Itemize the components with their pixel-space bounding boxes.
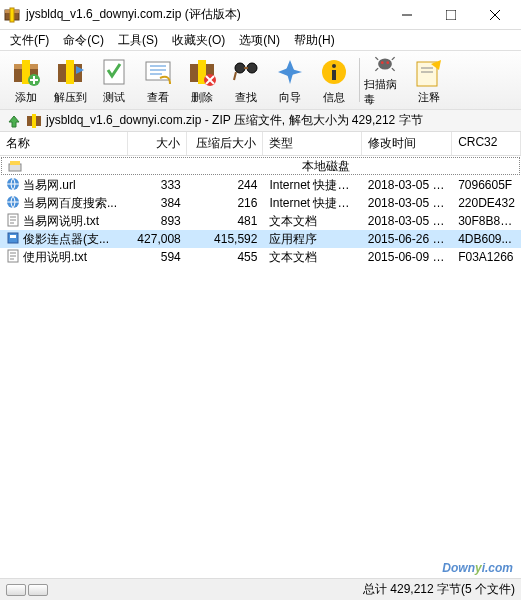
svg-rect-55: [10, 235, 16, 238]
file-name: 俊影连点器(支...: [23, 231, 109, 248]
key-indicator: [28, 584, 48, 596]
status-bar: 总计 429,212 字节(5 个文件): [0, 578, 521, 600]
svg-point-33: [381, 61, 384, 64]
file-row[interactable]: 当易网.url333244Internet 快捷方式2018-03-05 1..…: [0, 176, 521, 194]
file-row[interactable]: 俊影连点器(支...427,008415,592应用程序2015-06-26 1…: [0, 230, 521, 248]
test-button[interactable]: 测试: [92, 52, 136, 108]
file-crc: 30F8B88C: [452, 213, 521, 229]
col-type[interactable]: 类型: [263, 132, 361, 155]
scan-icon: [369, 53, 401, 75]
minimize-button[interactable]: [385, 1, 429, 29]
file-list[interactable]: 名称 大小 压缩后大小 类型 修改时间 CRC32 本地磁盘 当易网.url33…: [0, 132, 521, 570]
svg-line-28: [234, 72, 236, 80]
file-crc: 220DE432: [452, 195, 521, 211]
menu-options[interactable]: 选项(N): [233, 30, 286, 51]
svg-line-38: [392, 68, 395, 71]
extract-icon: [54, 56, 86, 88]
file-crc: 4DB609...: [452, 231, 521, 247]
file-packed: 455: [187, 249, 264, 265]
col-name[interactable]: 名称: [0, 132, 128, 155]
scan-button[interactable]: 扫描病毒: [363, 52, 407, 108]
col-crc[interactable]: CRC32: [452, 132, 521, 155]
drive-row[interactable]: 本地磁盘: [1, 157, 520, 175]
find-button[interactable]: 查找: [224, 52, 268, 108]
file-packed: 415,592: [187, 231, 264, 247]
file-type: 应用程序: [263, 230, 361, 249]
svg-rect-27: [244, 67, 248, 69]
status-summary: 总计 429,212 字节(5 个文件): [363, 581, 515, 598]
file-type: 文本文档: [263, 212, 361, 231]
svg-line-35: [375, 57, 378, 60]
svg-rect-44: [9, 164, 21, 171]
file-size: 333: [128, 177, 187, 193]
file-type: Internet 快捷方式: [263, 194, 361, 213]
svg-point-26: [247, 63, 257, 73]
file-packed: 481: [187, 213, 264, 229]
file-row[interactable]: 当易网百度搜索...384216Internet 快捷方式2018-03-05 …: [0, 194, 521, 212]
file-row[interactable]: 当易网说明.txt893481文本文档2018-03-05 1...30F8B8…: [0, 212, 521, 230]
comment-button[interactable]: 注释: [407, 52, 451, 108]
menu-bar: 文件(F) 命令(C) 工具(S) 收藏夹(O) 选项(N) 帮助(H): [0, 30, 521, 50]
menu-commands[interactable]: 命令(C): [57, 30, 110, 51]
file-date: 2015-06-09 1...: [362, 249, 452, 265]
drive-icon: [8, 159, 22, 173]
close-button[interactable]: [473, 1, 517, 29]
column-headers: 名称 大小 压缩后大小 类型 修改时间 CRC32: [0, 132, 521, 156]
menu-tools[interactable]: 工具(S): [112, 30, 164, 51]
file-name: 当易网百度搜索...: [23, 195, 117, 212]
file-crc: 7096605F: [452, 177, 521, 193]
toolbar-separator: [359, 58, 360, 102]
svg-rect-14: [66, 60, 74, 84]
col-size[interactable]: 大小: [128, 132, 187, 155]
svg-rect-45: [10, 161, 20, 165]
file-packed: 244: [187, 177, 264, 193]
file-date: 2015-06-26 1...: [362, 231, 452, 247]
wizard-icon: [274, 56, 306, 88]
up-icon[interactable]: [6, 113, 22, 129]
svg-line-36: [392, 57, 395, 60]
view-button[interactable]: 查看: [136, 52, 180, 108]
svg-rect-4: [446, 10, 456, 20]
info-button[interactable]: 信息: [312, 52, 356, 108]
path-text: jysbldq_v1.6_downyi.com.zip - ZIP 压缩文件, …: [46, 112, 423, 129]
file-date: 2018-03-05 1...: [362, 195, 452, 211]
toolbar: 添加 解压到 测试 查看 删除 查找 向导 信息 扫描病毒 注释: [0, 50, 521, 110]
file-icon: [6, 177, 20, 194]
col-packed[interactable]: 压缩后大小: [187, 132, 264, 155]
svg-point-25: [235, 63, 245, 73]
file-date: 2018-03-05 1...: [362, 177, 452, 193]
wizard-button[interactable]: 向导: [268, 52, 312, 108]
delete-button[interactable]: 删除: [180, 52, 224, 108]
test-icon: [98, 56, 130, 88]
file-name: 当易网.url: [23, 177, 76, 194]
col-modified[interactable]: 修改时间: [362, 132, 452, 155]
title-bar: jysbldq_v1.6_downyi.com.zip (评估版本): [0, 0, 521, 30]
menu-file[interactable]: 文件(F): [4, 30, 55, 51]
find-icon: [230, 56, 262, 88]
menu-help[interactable]: 帮助(H): [288, 30, 341, 51]
app-icon: [4, 7, 20, 23]
path-bar: jysbldq_v1.6_downyi.com.zip - ZIP 压缩文件, …: [0, 110, 521, 132]
file-size: 594: [128, 249, 187, 265]
file-crc: F03A1266: [452, 249, 521, 265]
comment-icon: [413, 56, 445, 88]
status-keys: [6, 584, 48, 596]
file-size: 384: [128, 195, 187, 211]
add-icon: [10, 56, 42, 88]
svg-point-32: [378, 59, 392, 70]
file-icon: [6, 249, 20, 266]
maximize-button[interactable]: [429, 1, 473, 29]
add-button[interactable]: 添加: [4, 52, 48, 108]
menu-favorites[interactable]: 收藏夹(O): [166, 30, 231, 51]
key-indicator: [6, 584, 26, 596]
extract-button[interactable]: 解压到: [48, 52, 92, 108]
file-icon: [6, 231, 20, 248]
file-row[interactable]: 使用说明.txt594455文本文档2015-06-09 1...F03A126…: [0, 248, 521, 266]
svg-rect-2: [10, 8, 14, 22]
file-name: 当易网说明.txt: [23, 213, 99, 230]
file-size: 427,008: [128, 231, 187, 247]
view-icon: [142, 56, 174, 88]
file-name: 使用说明.txt: [23, 249, 87, 266]
file-size: 893: [128, 213, 187, 229]
info-icon: [318, 56, 350, 88]
